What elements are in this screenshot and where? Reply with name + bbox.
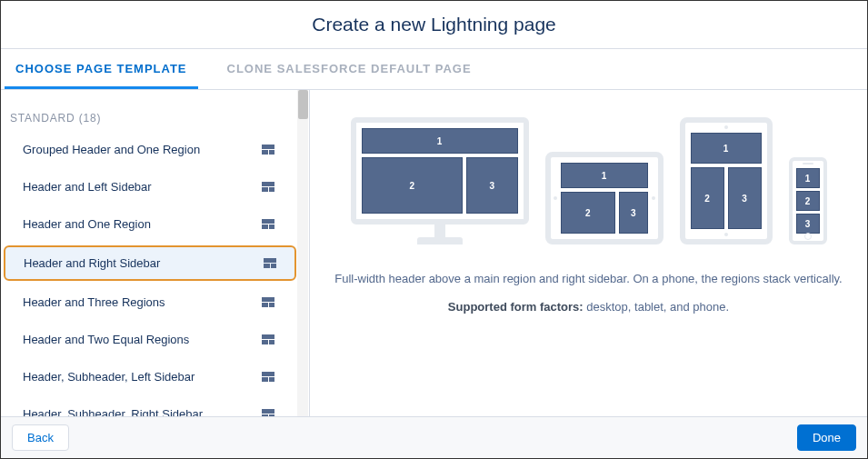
- svg-rect-22: [262, 414, 268, 417]
- section-header-standard: STANDARD (18): [1, 95, 309, 134]
- scrollbar-track[interactable]: [297, 90, 308, 416]
- svg-rect-2: [269, 150, 274, 155]
- region-2: 2: [796, 191, 820, 211]
- template-list-sidebar: STANDARD (18) Grouped Header and One Reg…: [1, 90, 310, 416]
- template-label: Header and Three Regions: [23, 295, 165, 309]
- template-item-grouped-header-one-region[interactable]: Grouped Header and One Region: [1, 134, 296, 165]
- back-button[interactable]: Back: [12, 424, 69, 451]
- layout-icon: [262, 334, 274, 345]
- svg-rect-21: [262, 409, 274, 414]
- svg-rect-4: [262, 187, 268, 192]
- svg-rect-18: [262, 372, 274, 376]
- layout-icon: [262, 182, 274, 193]
- page-title: Create a new Lightning page: [1, 14, 867, 35]
- form-factors-label: Supported form factors:: [448, 300, 584, 314]
- tab-choose-template[interactable]: CHOOSE PAGE TEMPLATE: [5, 49, 198, 89]
- template-label: Header, Subheader, Left Sidebar: [23, 370, 195, 384]
- template-description: Full-width header above a main region an…: [334, 272, 842, 285]
- svg-rect-7: [262, 225, 268, 229]
- svg-rect-6: [262, 219, 274, 224]
- form-factors-value: desktop, tablet, and phone.: [586, 300, 729, 314]
- region-3: 3: [619, 192, 647, 234]
- template-item-header-right-sidebar[interactable]: Header and Right Sidebar: [4, 245, 296, 281]
- device-phone: 1 2 3: [789, 157, 827, 244]
- svg-rect-0: [262, 145, 274, 149]
- template-item-header-three-regions[interactable]: Header and Three Regions: [1, 286, 296, 318]
- tab-clone-default[interactable]: CLONE SALESFORCE DEFAULT PAGE: [216, 49, 483, 89]
- template-label: Header and Two Equal Regions: [23, 333, 189, 346]
- device-tablet-portrait: 1 2 3: [680, 117, 773, 244]
- tab-bar: CHOOSE PAGE TEMPLATE CLONE SALESFORCE DE…: [1, 49, 867, 90]
- template-item-header-one-region[interactable]: Header and One Region: [1, 208, 296, 240]
- region-3: 3: [728, 167, 762, 229]
- svg-rect-11: [271, 264, 276, 268]
- svg-rect-23: [269, 414, 274, 417]
- svg-rect-20: [269, 377, 274, 382]
- template-label: Header and Left Sidebar: [23, 180, 152, 194]
- svg-rect-14: [269, 303, 274, 307]
- svg-rect-9: [264, 258, 276, 263]
- svg-rect-10: [264, 264, 270, 268]
- form-factors-line: Supported form factors: desktop, tablet,…: [448, 300, 729, 314]
- template-item-header-two-equal-regions[interactable]: Header and Two Equal Regions: [1, 324, 296, 355]
- region-1: 1: [561, 163, 648, 188]
- region-2: 2: [691, 167, 724, 229]
- svg-rect-5: [269, 187, 274, 192]
- template-label: Header and One Region: [23, 217, 151, 231]
- region-1: 1: [796, 168, 820, 188]
- modal-header: Create a new Lightning page: [1, 1, 867, 49]
- layout-icon: [262, 409, 274, 417]
- svg-rect-1: [262, 150, 268, 155]
- svg-rect-19: [262, 377, 268, 382]
- layout-icon: [262, 145, 274, 155]
- template-label: Header, Subheader, Right Sidebar: [23, 407, 203, 416]
- layout-icon: [262, 372, 274, 383]
- region-3: 3: [466, 157, 518, 214]
- modal-footer: Back Done: [1, 416, 867, 458]
- template-label: Grouped Header and One Region: [23, 143, 200, 156]
- region-1: 1: [691, 133, 762, 164]
- svg-rect-8: [269, 225, 274, 229]
- template-label: Header and Right Sidebar: [24, 256, 160, 270]
- svg-rect-16: [262, 340, 268, 344]
- template-item-header-left-sidebar[interactable]: Header and Left Sidebar: [1, 171, 296, 203]
- svg-rect-17: [269, 340, 274, 344]
- content-area: STANDARD (18) Grouped Header and One Reg…: [1, 90, 867, 416]
- region-3: 3: [796, 214, 820, 234]
- region-1: 1: [362, 128, 518, 154]
- scrollbar-thumb[interactable]: [298, 90, 308, 119]
- template-preview-pane: 1 2 3 1 2 3 1 2: [310, 90, 867, 416]
- template-item-header-subheader-left-sidebar[interactable]: Header, Subheader, Left Sidebar: [1, 361, 296, 393]
- done-button[interactable]: Done: [797, 424, 856, 451]
- svg-rect-15: [262, 334, 274, 339]
- layout-icon: [262, 297, 274, 308]
- region-2: 2: [561, 192, 616, 234]
- layout-icon: [262, 219, 274, 230]
- template-item-header-subheader-right-sidebar[interactable]: Header, Subheader, Right Sidebar: [1, 398, 296, 416]
- svg-rect-13: [262, 303, 268, 307]
- device-tablet-landscape: 1 2 3: [545, 152, 663, 244]
- svg-rect-12: [262, 297, 274, 302]
- svg-rect-3: [262, 182, 274, 186]
- layout-icon: [264, 258, 276, 269]
- region-2: 2: [362, 157, 463, 214]
- device-previews: 1 2 3 1 2 3 1 2: [351, 117, 827, 244]
- device-desktop: 1 2 3: [351, 117, 529, 244]
